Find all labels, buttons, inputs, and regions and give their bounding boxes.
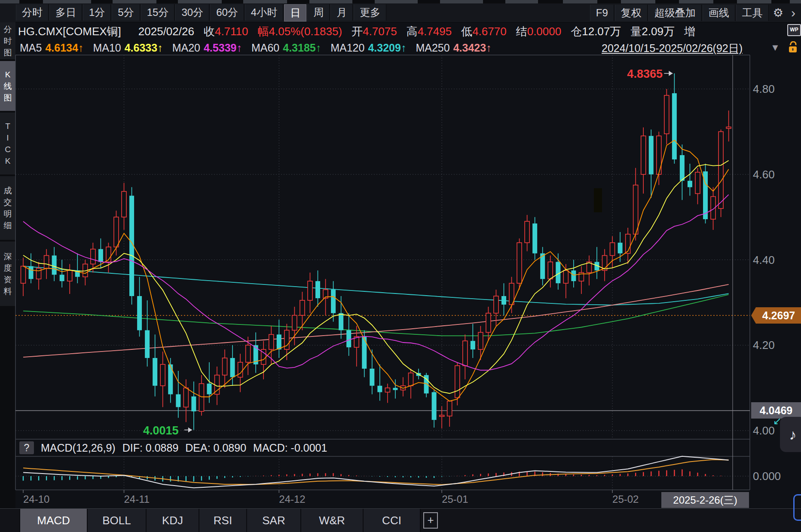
candle-body-up: [114, 217, 119, 247]
indicator-tab-BOLL[interactable]: BOLL: [88, 509, 147, 532]
candle-body-down: [207, 384, 211, 394]
candle-body-up: [718, 131, 723, 208]
candle-body-down: [277, 334, 281, 349]
low-annotation: 4.0015: [143, 424, 179, 437]
indicator-tab-KDJ[interactable]: KDJ: [147, 509, 199, 532]
collapse-arrow-icon[interactable]: ↙: [773, 415, 782, 427]
candle-body-down: [145, 330, 150, 358]
date-tick-24-12: 24-12: [279, 493, 305, 505]
candle-body-up: [409, 373, 413, 386]
candle-body-up: [548, 262, 553, 279]
candle-body-up: [238, 362, 243, 377]
candle-body-down: [176, 394, 180, 407]
indicator-tab-CCI[interactable]: CCI: [364, 509, 421, 532]
arrow-right-icon: [669, 71, 673, 76]
price-tick-4.40: 4.40: [753, 254, 775, 267]
candle-body-up: [269, 334, 274, 349]
dif-value: DIF: 0.0889: [122, 442, 179, 454]
high-annotation: 4.8365: [627, 67, 661, 81]
candle-body-down: [672, 93, 677, 159]
candle-body-up: [633, 185, 638, 234]
app-window: 分时多日1分5分15分30分60分4小时日周月更多 F9复权超级叠加画线工具⚙›…: [0, 0, 801, 532]
help-icon[interactable]: ?: [19, 441, 34, 454]
macd-indicator-row: ? MACD(12,26,9) DIF: 0.0889 DEA: 0.0890 …: [15, 440, 746, 456]
candle-body-up: [21, 266, 26, 283]
candle-body-down: [315, 281, 320, 298]
indicator-tab-RSI[interactable]: RSI: [199, 509, 247, 532]
price-tick-4.80: 4.80: [753, 83, 775, 96]
ma-line-MA5: [23, 140, 729, 401]
last-price-tag: 4.2697: [751, 307, 801, 324]
candle-body-up: [447, 401, 452, 416]
candle-body-up: [641, 136, 646, 174]
candle-body-down: [230, 358, 235, 377]
candle-body-up: [664, 95, 669, 134]
indicator-tab-W&R[interactable]: W&R: [301, 509, 364, 532]
indicator-tabbar: MACDBOLLKDJRSISARW&RCCI+: [0, 508, 801, 532]
date-tick-25-02: 25-02: [612, 493, 639, 505]
candle-body-down: [137, 296, 142, 330]
date-tick-24-11: 24-11: [124, 493, 150, 505]
candle-body-down: [571, 270, 576, 281]
candle-body-up: [610, 243, 615, 256]
floating-note-widget[interactable]: ♪: [780, 417, 801, 452]
candle-body-up: [463, 341, 468, 366]
dea-value: DEA: 0.0890: [185, 442, 246, 454]
chart-mask-patch: [594, 188, 602, 212]
candle-body-down: [393, 388, 397, 390]
candle-body-down: [346, 330, 351, 347]
candle-body-down: [60, 275, 64, 281]
ma-line-MA120: [23, 266, 729, 305]
candle-body-down: [471, 341, 475, 349]
candle-body-up: [300, 300, 305, 315]
candle-body-down: [29, 266, 34, 279]
candle-body-up: [223, 358, 227, 375]
macd-value: MACD: -0.0001: [253, 442, 327, 454]
candle-body-up: [455, 366, 460, 398]
floating-button-partial[interactable]: [793, 494, 801, 521]
candle-body-down: [331, 290, 336, 313]
candle-body-up: [440, 415, 444, 416]
dea-line: [23, 459, 729, 484]
candle-body-up: [160, 364, 165, 386]
candle-body-down: [153, 358, 157, 386]
candle-body-up: [199, 384, 204, 412]
macd-zero-tick: 0.000: [753, 470, 781, 483]
candle-body-up: [494, 296, 498, 313]
ma-line-MA10: [23, 161, 729, 394]
add-indicator-tab[interactable]: +: [423, 512, 440, 529]
candle-body-up: [695, 172, 700, 194]
candle-body-up: [122, 192, 126, 217]
candle-body-up: [478, 332, 483, 349]
candle-body-up: [183, 388, 188, 407]
tabbar-spacer: [0, 509, 20, 532]
candle-body-up: [563, 270, 568, 283]
candle-body-down: [370, 369, 374, 386]
candle-body-down: [680, 155, 685, 181]
macd-title: MACD(12,26,9): [41, 442, 116, 454]
candle-body-up: [246, 345, 251, 362]
candle-body-down: [432, 392, 437, 420]
plus-icon: +: [423, 512, 438, 529]
candle-body-up: [292, 315, 297, 330]
candle-body-down: [688, 181, 692, 187]
candle-body-down: [52, 256, 57, 275]
candle-body-up: [517, 243, 522, 283]
candle-body-down: [618, 243, 623, 254]
indicator-tab-MACD[interactable]: MACD: [20, 509, 88, 532]
candle-body-up: [486, 313, 491, 333]
date-tick-24-10: 24-10: [23, 493, 49, 505]
price-tick-4.60: 4.60: [753, 168, 775, 181]
candle-body-down: [501, 296, 506, 305]
candle-body-up: [525, 221, 529, 243]
candle-body-down: [98, 249, 103, 262]
candle-body-up: [726, 127, 731, 128]
indicator-tab-SAR[interactable]: SAR: [247, 509, 301, 532]
candle-body-down: [191, 397, 196, 412]
candle-body-up: [67, 270, 72, 281]
candle-body-down: [168, 364, 173, 394]
ma-line-MA250: [23, 284, 729, 357]
candle-body-down: [532, 223, 537, 254]
date-tick-25-01: 25-01: [442, 493, 468, 505]
crosshair-date-tag: 2025-2-26(三): [661, 492, 749, 508]
